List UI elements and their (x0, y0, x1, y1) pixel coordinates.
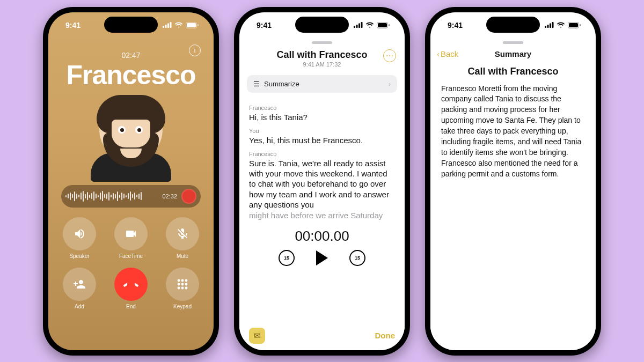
video-icon (125, 227, 137, 240)
keypad-button[interactable]: Keypad (166, 268, 199, 309)
back-button[interactable]: ‹ Back (437, 49, 458, 58)
wifi-icon (557, 22, 565, 28)
svg-rect-25 (550, 24, 551, 28)
nav-bar: ‹ Back Summary (430, 44, 596, 62)
transcript-line: Sure is. Tania, we're all ready to assis… (249, 158, 395, 210)
speaker-label: Francesco (249, 150, 395, 158)
add-button[interactable]: Add (63, 268, 96, 309)
svg-rect-1 (165, 25, 167, 28)
speaker-button[interactable]: Speaker (63, 217, 96, 259)
svg-rect-23 (545, 26, 546, 28)
transcript-line: might have before we arrive Saturday (249, 210, 395, 220)
battery-icon (568, 22, 581, 28)
message-icon: ✉ (254, 331, 261, 341)
svg-point-11 (181, 283, 184, 285)
caller-name: Francesco (66, 60, 195, 91)
sheet: ‹ Back Summary Call with Francesco Franc… (430, 38, 596, 350)
nav-title: Summary (495, 49, 531, 58)
wifi-icon (365, 22, 374, 28)
info-icon: i (194, 47, 196, 54)
call-screen: 9:41 i 02:47 Francesco 02:32 (48, 12, 214, 350)
skip-forward-button[interactable]: 15 (349, 250, 365, 266)
footer: ✉ Done (239, 328, 405, 344)
chevron-left-icon: ‹ (437, 49, 440, 58)
waveform-icon (65, 190, 158, 202)
speaker-label: Francesco (249, 104, 395, 112)
svg-rect-2 (167, 24, 169, 28)
cellular-icon (163, 22, 172, 28)
svg-point-12 (185, 283, 188, 285)
svg-point-13 (178, 286, 180, 289)
skip-back-icon: 15 (284, 255, 289, 261)
dynamic-island (104, 17, 158, 33)
phone-transcript: 9:41 Call with Francesco 9:41 AM 17:32 ⋯… (234, 7, 410, 356)
battery-icon (377, 22, 390, 28)
svg-rect-24 (547, 25, 549, 28)
svg-rect-0 (163, 26, 164, 28)
transcript-line: Hi, is this Tania? (249, 112, 395, 122)
cellular-icon (354, 22, 363, 28)
svg-point-10 (178, 283, 180, 285)
svg-rect-16 (354, 26, 355, 28)
status-icons (545, 22, 581, 28)
summary-screen: 9:41 ‹ Back Summary Call with Francesco … (430, 12, 596, 350)
play-button[interactable] (316, 250, 328, 265)
summarize-label: Summarize (264, 80, 299, 88)
mute-button[interactable]: Mute (166, 217, 199, 259)
more-button[interactable]: ⋯ (383, 49, 396, 62)
sheet: Call with Francesco 9:41 AM 17:32 ⋯ ☰ Su… (239, 38, 405, 350)
facetime-button[interactable]: FaceTime (114, 217, 148, 259)
summarize-button[interactable]: ☰ Summarize › (247, 75, 397, 93)
summary-heading: Call with Francesco (430, 66, 596, 77)
note-title: Call with Francesco (276, 49, 367, 61)
transcript-line: Yes, hi, this must be Francesco. (249, 135, 395, 145)
message-button[interactable]: ✉ (249, 328, 265, 344)
phone-call: 9:41 i 02:47 Francesco 02:32 (43, 7, 219, 356)
mute-icon (176, 227, 189, 240)
note-subtitle: 9:41 AM 17:32 (276, 61, 367, 68)
info-button[interactable]: i (189, 45, 201, 56)
done-button[interactable]: Done (375, 331, 396, 340)
status-time: 9:41 (257, 21, 272, 29)
transcript-screen: 9:41 Call with Francesco 9:41 AM 17:32 ⋯… (239, 12, 405, 350)
svg-rect-28 (569, 23, 578, 27)
end-call-icon (123, 277, 138, 292)
svg-rect-3 (170, 22, 172, 28)
recording-pill: 02:32 (61, 185, 201, 208)
svg-rect-5 (187, 23, 196, 27)
svg-rect-22 (389, 24, 390, 26)
dynamic-island (295, 17, 349, 33)
caller-avatar (88, 94, 174, 180)
speaker-label: You (249, 127, 395, 135)
dynamic-island (486, 17, 540, 33)
svg-rect-6 (197, 24, 199, 26)
phone-summary: 9:41 ‹ Back Summary Call with Francesco … (425, 7, 601, 356)
svg-point-9 (185, 279, 188, 282)
battery-icon (186, 22, 199, 28)
status-time: 9:41 (448, 21, 463, 29)
speaker-label: Speaker (69, 253, 89, 259)
keypad-icon (177, 278, 188, 290)
facetime-label: FaceTime (119, 253, 143, 259)
recording-time: 02:32 (162, 193, 177, 200)
playback-time: 00:00.00 (239, 228, 405, 245)
svg-rect-19 (361, 22, 363, 28)
status-icons (163, 22, 199, 28)
svg-point-15 (185, 286, 188, 289)
skip-forward-icon: 15 (355, 255, 360, 261)
record-button[interactable] (181, 189, 196, 204)
skip-back-button[interactable]: 15 (279, 250, 295, 266)
svg-point-14 (181, 286, 184, 289)
svg-rect-21 (378, 23, 387, 27)
call-duration: 02:47 (121, 51, 140, 60)
chevron-right-icon: › (389, 80, 391, 88)
status-time: 9:41 (65, 21, 80, 29)
svg-rect-17 (356, 25, 358, 28)
keypad-label: Keypad (173, 304, 192, 309)
mute-label: Mute (177, 253, 188, 259)
end-button[interactable]: End (114, 268, 148, 309)
note-header: Call with Francesco 9:41 AM 17:32 ⋯ (239, 44, 405, 69)
call-controls: Speaker FaceTime Mute Add End Keypad (48, 217, 214, 321)
ellipsis-icon: ⋯ (386, 51, 394, 60)
add-user-icon (73, 278, 86, 291)
